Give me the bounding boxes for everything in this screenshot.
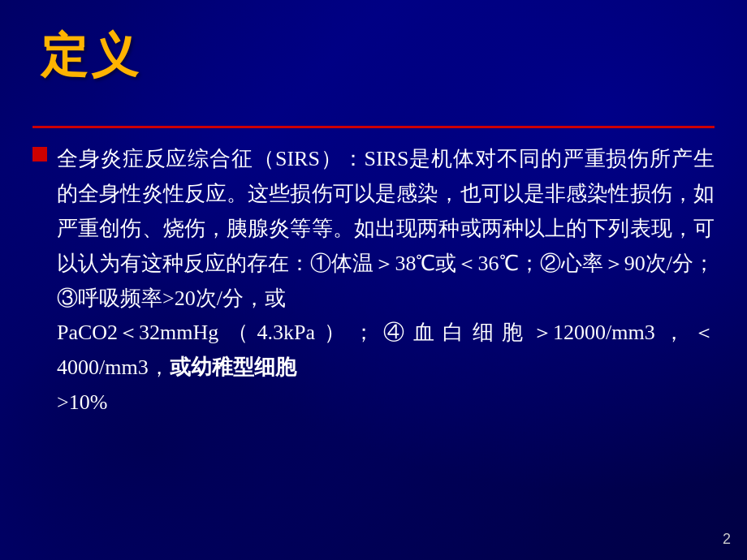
bullet-text: 全身炎症反应综合征（SIRS）：SIRS是机体对不同的严重损伤所产生的全身性炎性… (57, 142, 715, 420)
slide: 定义 全身炎症反应综合征（SIRS）：SIRS是机体对不同的严重损伤所产生的全身… (0, 0, 747, 560)
content-area: 全身炎症反应综合征（SIRS）：SIRS是机体对不同的严重损伤所产生的全身性炎性… (32, 142, 715, 528)
divider-line (32, 126, 715, 128)
bullet-square (32, 147, 47, 162)
slide-title: 定义 (41, 28, 141, 81)
bullet-item: 全身炎症反应综合征（SIRS）：SIRS是机体对不同的严重损伤所产生的全身性炎性… (32, 142, 715, 420)
title-area: 定义 (41, 24, 706, 88)
page-number: 2 (723, 531, 731, 548)
